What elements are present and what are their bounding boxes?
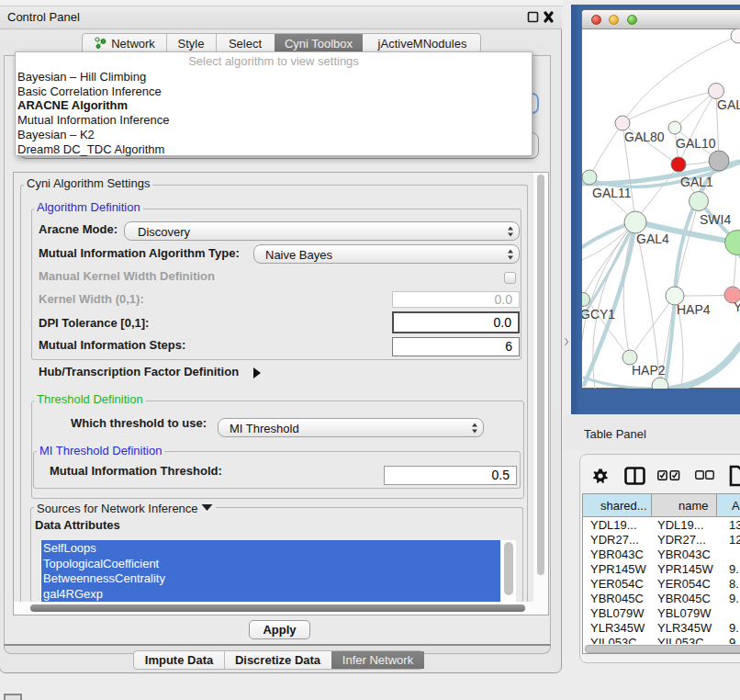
svg-text:GCY1: GCY1 [582,307,615,322]
svg-text:SWI4: SWI4 [700,212,731,227]
svg-text:GAL11: GAL11 [592,186,632,200]
svg-text:GAL4: GAL4 [636,231,669,246]
svg-text:GAL10: GAL10 [676,136,716,151]
svg-text:HAP4: HAP4 [677,302,711,317]
svg-text:YM: YM [734,299,740,314]
svg-text:GAL7: GAL7 [717,97,740,112]
svg-text:GAL80: GAL80 [624,130,665,144]
svg-text:GAL1: GAL1 [680,175,713,189]
svg-text:HAP2: HAP2 [632,363,666,378]
